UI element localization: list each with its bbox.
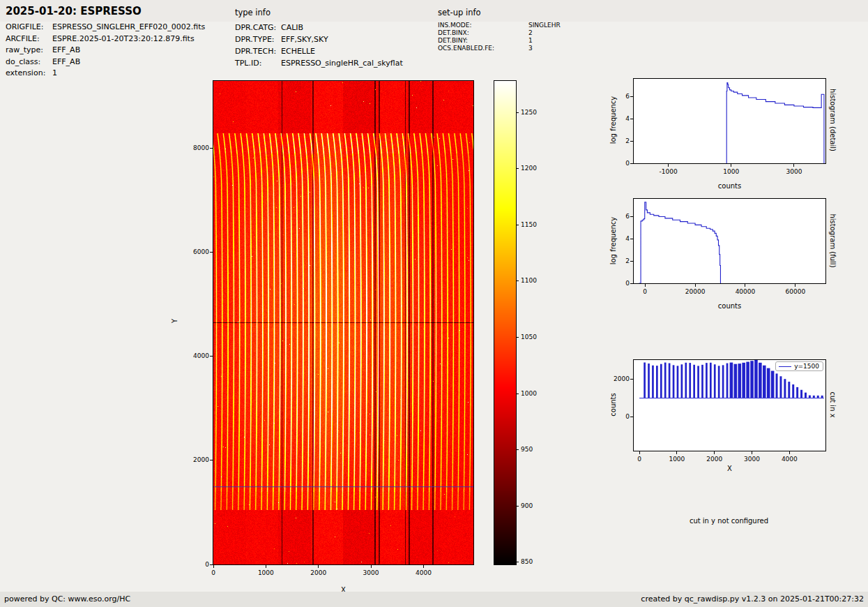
x-tick-label: 1000 [723,168,739,175]
cut-in-x-plot: y=1500 0100020003000400002000 [633,359,826,451]
y-tick-mark [210,564,213,565]
histogram-detail-line [634,79,825,163]
x-tick-label: 3000 [744,456,760,463]
legend-label: y=1500 [794,363,819,370]
x-tick-mark [795,284,795,287]
y-tick-label: 0 [174,561,209,568]
colorbar-gradient [494,81,516,564]
x-tick-mark [752,451,752,454]
legend: y=1500 [775,361,823,371]
setup-info-row: OCS.ENABLED.FE: 3 [438,45,561,52]
x-tick-mark [318,565,319,568]
x-tick-label: 0 [643,288,647,295]
colorbar-tick-label: 1000 [521,390,537,397]
y-tick-label: 4000 [174,352,209,359]
colorbar-tick-label: 1100 [521,277,537,284]
type-info-row: DPR.TYPE: EFF,SKY,SKY [235,33,403,45]
histogram-full-y-axis-label: log frequency [609,217,617,265]
colorbar-tick-mark [516,280,519,281]
type-info-title: type info [235,8,271,17]
file-info-value: EFF_AB [52,45,80,57]
x-tick-mark [695,284,696,287]
setup-info-value: 3 [528,45,533,52]
file-info-row: ORIGFILE: ESPRESSO_SINGLEHR_EFF020_0002.… [6,22,205,33]
file-info-row: raw_type: EFF_AB [6,45,205,57]
type-info-row: DPR.CATG: CALIB [235,22,403,33]
y-tick-mark [210,460,213,460]
raw-frame-plot: 0100020003000400002000400060008000 [213,80,474,565]
y-tick-label: 2000 [595,375,630,382]
x-tick-mark [645,284,646,287]
x-tick-mark [789,451,790,454]
colorbar-tick-label: 950 [521,446,533,453]
x-tick-label: 40000 [736,288,756,295]
file-info-value: 1 [52,68,57,80]
colorbar-tick-label: 850 [521,558,533,565]
colorbar-tick-label: 1200 [521,165,537,172]
setup-info-title: set-up info [438,8,481,17]
page-title: 2025-01-20: ESPRESSO [6,5,142,17]
y-tick-mark [630,119,633,119]
x-tick-label: 4000 [782,456,798,463]
colorbar-tick-mark [516,225,519,225]
histogram-detail-x-axis-label: counts [633,182,826,190]
type-info-label: TPL.ID: [235,57,281,69]
x-tick-mark [676,451,677,454]
x-tick-mark [371,565,372,568]
x-tick-label: 4000 [416,569,432,576]
main-y-axis-label: Y [171,319,178,323]
histogram-full-x-axis-label: counts [633,302,826,310]
histogram-full-side-title: histogram (full) [829,213,837,267]
y-tick-mark [630,141,633,142]
type-info-value: CALIB [281,22,303,33]
type-info-row: TPL.ID: ESPRESSO_singleHR_cal_skyflat [235,57,403,69]
file-info-row: ARCFILE: ESPRE.2025-01-20T23:20:12.879.f… [6,33,205,45]
file-info-row: extension: 1 [6,68,205,80]
setup-info-row: DET.BINX: 2 [438,29,561,37]
histogram-detail-side-title: histogram (detail) [829,89,837,151]
file-info-label: ORIGFILE: [6,22,52,33]
colorbar-tick-mark [516,449,519,450]
type-info-label: DPR.TYPE: [235,33,281,45]
x-tick-label: 20000 [685,288,706,295]
file-info-label: raw_type: [6,45,52,57]
colorbar-tick-mark [516,562,519,562]
type-info-row: DPR.TECH: ECHELLE [235,45,403,57]
x-tick-mark [731,164,731,167]
x-tick-mark [639,451,640,454]
x-tick-mark [745,284,745,287]
histogram-full-plot: 02000040000600000246 [633,198,826,284]
y-tick-label: 6000 [174,248,209,255]
y-tick-mark [630,261,633,262]
setup-info-value: SINGLEHR [528,22,561,29]
y-tick-mark [630,96,633,97]
colorbar: 850900950100010501100115012001250 [494,80,517,565]
x-tick-label: 0 [637,456,641,463]
cut-in-x-x-axis-label: X [633,465,826,472]
legend-line-sample [779,366,791,367]
setup-info-value: 2 [528,29,533,37]
setup-info-row: DET.BINY: 1 [438,37,561,45]
setup-info-block: INS.MODE: SINGLEHR DET.BINX: 2 DET.BINY:… [438,22,561,52]
file-info-value: ESPRESSO_SINGLEHR_EFF020_0002.fits [52,22,205,33]
y-tick-mark [630,239,633,239]
cut-in-x-side-title: cut in x [829,391,837,417]
y-tick-mark [630,216,633,217]
colorbar-tick-mark [516,112,519,113]
colorbar-tick-mark [516,337,519,338]
x-tick-mark [793,164,794,167]
cut-in-x-line [634,360,825,451]
colorbar-tick-label: 900 [521,502,533,509]
type-info-block: DPR.CATG: CALIB DPR.TYPE: EFF,SKY,SKY DP… [235,22,403,69]
x-tick-label: 1000 [258,569,274,576]
setup-info-value: 1 [528,37,533,45]
footer-right-text: created by qc_rawdisp.py v1.2.3 on 2025-… [641,594,864,604]
setup-info-row: INS.MODE: SINGLEHR [438,22,561,29]
footer-left-text: powered by QC: www.eso.org/HC [4,594,130,604]
x-tick-label: 60000 [786,288,806,295]
x-tick-mark [213,565,214,568]
colorbar-tick-label: 1250 [521,109,537,116]
setup-info-label: INS.MODE: [438,22,528,29]
file-info-label: extension: [6,68,52,80]
x-tick-mark [668,164,669,167]
